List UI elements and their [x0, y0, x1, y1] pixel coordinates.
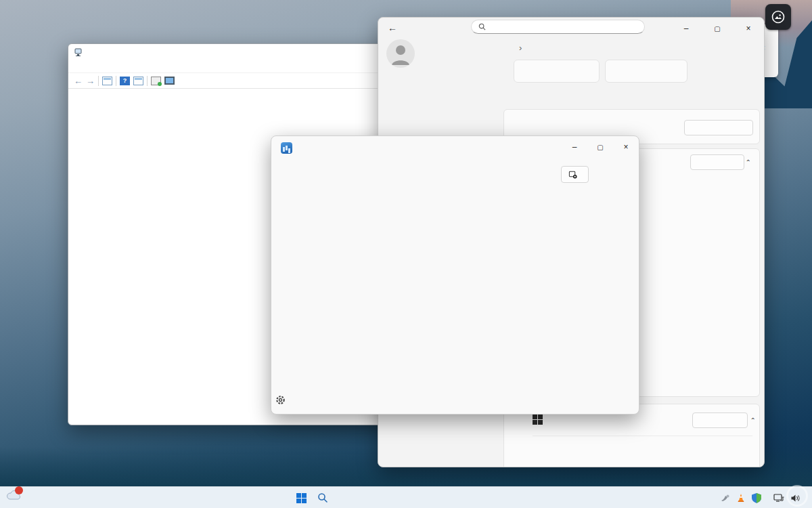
forward-arrow-icon[interactable]: →: [86, 77, 95, 85]
back-arrow-icon[interactable]: ←: [74, 77, 83, 85]
minimize-button[interactable]: –: [562, 136, 587, 158]
task-manager-nav-rail: [271, 159, 296, 414]
scan-hardware-icon[interactable]: [151, 77, 161, 85]
chevron-right-icon: ›: [514, 43, 527, 53]
maximize-button[interactable]: ▢: [702, 18, 733, 39]
breadcrumb: ›: [514, 41, 527, 56]
avatar[interactable]: [386, 39, 415, 68]
device-manager-app-icon: [74, 48, 83, 57]
minimize-button[interactable]: –: [671, 18, 702, 39]
task-manager-window: – ▢ ×: [271, 135, 639, 415]
weather-badge: [15, 486, 23, 494]
divider: [533, 436, 752, 436]
system-tray: [720, 487, 807, 508]
settings-gear-icon[interactable]: [275, 394, 286, 408]
computer-monitor-icon[interactable]: [164, 77, 175, 85]
device-manager-menubar: [68, 60, 405, 73]
back-button[interactable]: ←: [388, 22, 397, 33]
toolbar-separator: [116, 76, 116, 86]
cpu-core-graphs: [409, 219, 633, 316]
windows-start-icon: [296, 492, 307, 504]
more-options-button[interactable]: [619, 166, 635, 183]
start-button[interactable]: [291, 488, 312, 507]
close-button[interactable]: ×: [733, 18, 764, 39]
copy-windows-specs-button[interactable]: [692, 412, 748, 428]
properties-icon[interactable]: [133, 77, 143, 85]
weather-widget[interactable]: [5, 488, 27, 505]
run-new-task-button[interactable]: [561, 166, 589, 183]
list-view-icon[interactable]: [102, 77, 112, 85]
toolbar-separator: [98, 76, 99, 86]
security-shield-icon[interactable]: [752, 493, 761, 503]
chevron-up-icon[interactable]: ⌃: [750, 417, 756, 424]
task-manager-window-controls: – ▢ ×: [562, 136, 639, 158]
copy-specs-button[interactable]: [690, 154, 744, 170]
search-icon: [478, 23, 486, 30]
settings-window-controls: – ▢ ×: [671, 18, 764, 39]
search-button[interactable]: [313, 488, 333, 507]
toolbar-separator: [147, 76, 148, 86]
speaker-icon[interactable]: [790, 494, 800, 503]
desktop-root: { "desktop": { "icons": [ {"label":"Tent…: [0, 0, 812, 508]
cpu-speed-card: [514, 60, 600, 83]
rename-pc-button[interactable]: [684, 120, 753, 135]
windows-logo-icon: [533, 415, 543, 425]
new-task-icon: [568, 170, 577, 179]
device-manager-toolbar: ← → ?: [68, 73, 405, 89]
chevron-up-icon[interactable]: ⌃: [746, 158, 751, 166]
device-manager-titlebar[interactable]: [68, 44, 405, 60]
tray-app-icon[interactable]: [720, 494, 730, 503]
vlc-tray-icon[interactable]: [736, 493, 746, 503]
spotlight-camera-icon: [765, 4, 791, 30]
task-manager-app-icon: [281, 142, 292, 154]
maximize-button[interactable]: ▢: [587, 136, 613, 158]
taskbar: [0, 486, 812, 508]
cpu-freq-card: [605, 60, 687, 83]
search-icon: [317, 492, 328, 503]
network-icon[interactable]: [773, 494, 784, 503]
settings-search-input[interactable]: [471, 20, 645, 34]
close-button[interactable]: ×: [613, 136, 639, 158]
help-icon[interactable]: ?: [120, 77, 130, 85]
